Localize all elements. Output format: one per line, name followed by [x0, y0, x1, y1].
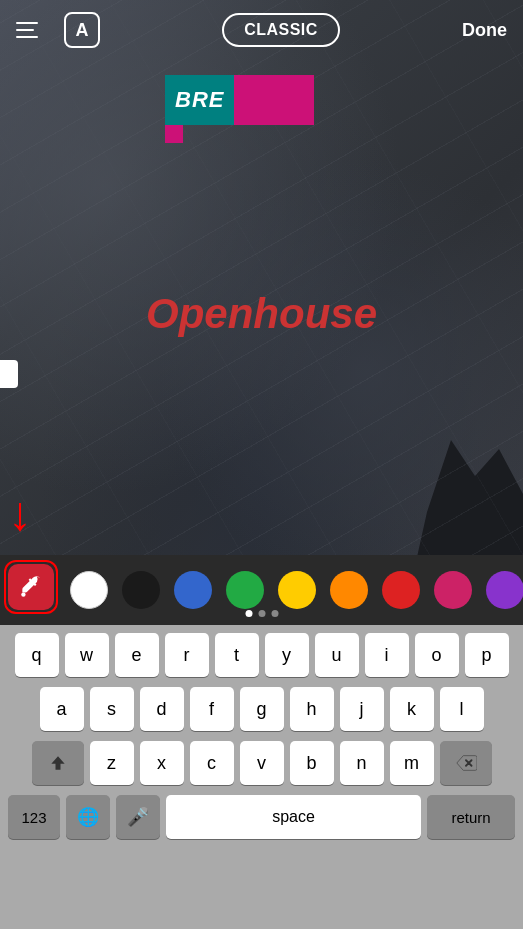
keyboard-row-1: q w e r t y u i o p — [4, 633, 519, 677]
color-black[interactable] — [122, 571, 160, 609]
keyboard-row-3: z x c v b n m — [4, 741, 519, 785]
down-arrow-icon: ↓ — [8, 490, 32, 538]
keyboard-row-2: a s d f g h j k l — [4, 687, 519, 731]
color-purple[interactable] — [486, 571, 523, 609]
key-u[interactable]: u — [315, 633, 359, 677]
arrow-indicator: ↓ — [8, 490, 32, 538]
key-t[interactable]: t — [215, 633, 259, 677]
globe-key[interactable]: 🌐 — [66, 795, 110, 839]
key-i[interactable]: i — [365, 633, 409, 677]
hamburger-line-2 — [16, 29, 34, 31]
eyedropper-button[interactable] — [8, 564, 54, 610]
top-bar: A CLASSIC Done — [0, 0, 523, 60]
key-o[interactable]: o — [415, 633, 459, 677]
color-yellow[interactable] — [278, 571, 316, 609]
key-n[interactable]: n — [340, 741, 384, 785]
color-white[interactable] — [70, 571, 108, 609]
font-button[interactable]: A — [64, 12, 100, 48]
key-j[interactable]: j — [340, 687, 384, 731]
numbers-key[interactable]: 123 — [8, 795, 60, 839]
key-l[interactable]: l — [440, 687, 484, 731]
key-v[interactable]: v — [240, 741, 284, 785]
breaking-text: BRE — [175, 87, 224, 113]
done-button[interactable]: Done — [462, 20, 507, 41]
palette-dot-2[interactable] — [258, 610, 265, 617]
hamburger-line-3 — [16, 36, 38, 38]
done-label: Done — [462, 20, 507, 40]
breaking-banner: BRE — [165, 75, 314, 125]
key-p[interactable]: p — [465, 633, 509, 677]
classic-label: CLASSIC — [244, 21, 318, 38]
keyboard: q w e r t y u i o p a s d f g h j k l z … — [0, 625, 523, 929]
svg-point-0 — [21, 592, 25, 596]
key-y[interactable]: y — [265, 633, 309, 677]
palette-dot-3[interactable] — [271, 610, 278, 617]
key-c[interactable]: c — [190, 741, 234, 785]
color-red[interactable] — [382, 571, 420, 609]
key-h[interactable]: h — [290, 687, 334, 731]
hamburger-menu-button[interactable] — [16, 12, 52, 48]
white-slider-dot — [0, 360, 18, 388]
color-green[interactable] — [226, 571, 264, 609]
palette-pagination — [245, 610, 278, 617]
key-w[interactable]: w — [65, 633, 109, 677]
font-letter: A — [76, 20, 89, 41]
shift-key[interactable] — [32, 741, 84, 785]
mic-key[interactable]: 🎤 — [116, 795, 160, 839]
top-bar-left: A — [16, 12, 100, 48]
shift-icon — [48, 753, 68, 773]
key-d[interactable]: d — [140, 687, 184, 731]
classic-style-button[interactable]: CLASSIC — [222, 13, 340, 47]
key-s[interactable]: s — [90, 687, 134, 731]
eyedropper-icon — [18, 574, 44, 600]
space-key[interactable]: space — [166, 795, 421, 839]
palette-dot-1[interactable] — [245, 610, 252, 617]
color-pink[interactable] — [434, 571, 472, 609]
key-r[interactable]: r — [165, 633, 209, 677]
color-orange[interactable] — [330, 571, 368, 609]
key-q[interactable]: q — [15, 633, 59, 677]
key-g[interactable]: g — [240, 687, 284, 731]
return-key[interactable]: return — [427, 795, 515, 839]
key-f[interactable]: f — [190, 687, 234, 731]
delete-icon — [455, 754, 477, 772]
key-a[interactable]: a — [40, 687, 84, 731]
keyboard-row-bottom: 123 🌐 🎤 space return — [4, 795, 519, 839]
key-b[interactable]: b — [290, 741, 334, 785]
eyedropper-container — [4, 560, 58, 614]
color-blue[interactable] — [174, 571, 212, 609]
key-e[interactable]: e — [115, 633, 159, 677]
key-m[interactable]: m — [390, 741, 434, 785]
color-palette — [0, 555, 523, 625]
breaking-pink-block — [234, 75, 314, 125]
key-x[interactable]: x — [140, 741, 184, 785]
key-z[interactable]: z — [90, 741, 134, 785]
hamburger-line-1 — [16, 22, 38, 24]
breaking-text-box: BRE — [165, 75, 234, 125]
delete-key[interactable] — [440, 741, 492, 785]
openhouse-text[interactable]: Openhouse — [146, 290, 377, 338]
key-k[interactable]: k — [390, 687, 434, 731]
breaking-pink-bar — [165, 125, 183, 143]
